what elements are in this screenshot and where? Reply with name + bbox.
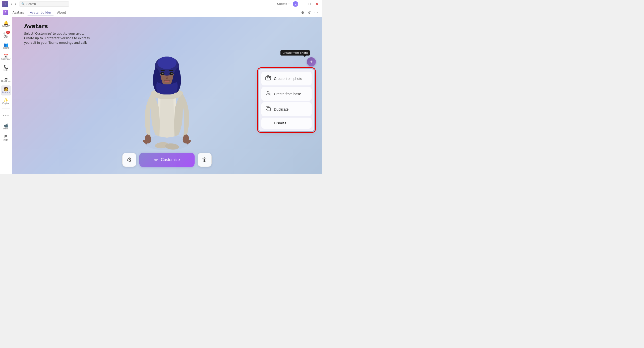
dismiss-button[interactable]: Dismiss [261, 118, 312, 129]
sidebar-label-onedrive: OneDrive [1, 80, 11, 83]
user-avatar[interactable]: U [293, 1, 298, 7]
duplicate-icon [265, 106, 271, 113]
sidebar-more-button[interactable]: ••• [1, 111, 11, 121]
svg-point-22 [267, 91, 269, 93]
calendar-icon: 📅 [4, 54, 9, 58]
sidebar-label-meet: Meet [4, 128, 9, 130]
copilot-icon: ✨ [4, 98, 9, 102]
sidebar-item-meet[interactable]: 📹 Meet [1, 122, 11, 132]
avatar-base-icon [265, 90, 271, 97]
title-bar: T ‹ › 🔍 Update ··· U – □ ✕ [0, 0, 322, 8]
customize-button[interactable]: ✏ Customize [139, 153, 195, 167]
popup-tooltip: Create from photo [280, 50, 310, 56]
desc-line2: Create up to 3 different versions to exp… [24, 36, 90, 40]
tab-avatar-builder[interactable]: Avatar builder [27, 9, 54, 16]
sidebar-label-teams: Teams [3, 47, 9, 49]
tab-about[interactable]: About [55, 9, 69, 16]
add-avatar-button[interactable]: + [307, 57, 316, 66]
sidebar-label-calls: Calls [4, 69, 8, 72]
chat-badge: 25 [6, 31, 10, 34]
customize-label: Customize [161, 158, 180, 162]
sidebar-item-activity[interactable]: 🔔 Activity [1, 19, 11, 29]
tab-avatars[interactable]: Avatars [10, 9, 26, 16]
minimize-button[interactable]: – [300, 2, 305, 6]
tab-bar-actions: ⚙ ↺ ⋯ [300, 10, 319, 15]
svg-point-14 [157, 57, 177, 69]
settings-icon: ⚙ [127, 156, 132, 163]
calls-icon: 📞 [4, 65, 9, 69]
main-layout: 🔔 Activity 💬 Chat 25 👥 Teams 📅 Calendar … [0, 17, 322, 174]
sidebar-item-apps[interactable]: ⊞ Apps [1, 133, 11, 143]
create-from-base-label: Create from base [274, 92, 301, 96]
settings-tab-button[interactable]: ⚙ [300, 10, 305, 15]
content-area: Avatars Select 'Customize' to update you… [12, 17, 322, 174]
sidebar-item-copilot[interactable]: ✨ Copilot [1, 96, 11, 107]
sidebar-label-activity: Activity [2, 25, 10, 27]
popup-menu: Create from photo Create from [259, 69, 314, 131]
avatar-figure [132, 37, 202, 168]
delete-button[interactable]: 🗑 [198, 153, 212, 167]
restore-button[interactable]: □ [307, 2, 312, 6]
dismiss-label: Dismiss [274, 121, 286, 125]
svg-point-16 [162, 73, 164, 74]
meet-icon: 📹 [4, 124, 9, 128]
sidebar-divider [2, 109, 10, 109]
settings-button[interactable]: ⚙ [122, 153, 136, 167]
create-from-photo-label: Create from photo [274, 77, 302, 81]
sidebar: 🔔 Activity 💬 Chat 25 👥 Teams 📅 Calendar … [0, 17, 12, 174]
app-icon: A [3, 10, 8, 15]
sidebar-item-avatars[interactable]: 🧑 Avatars [1, 85, 11, 95]
search-bar: 🔍 [19, 2, 69, 7]
teams-icon: 👥 [4, 43, 9, 47]
page-header: Avatars Select 'Customize' to update you… [24, 23, 90, 45]
sidebar-item-chat[interactable]: 💬 Chat 25 [1, 30, 11, 40]
desc-line3: yourself in your Teams meetings and call… [24, 40, 90, 45]
back-button[interactable]: ‹ [10, 2, 13, 6]
popup-border: Create from photo Create from [257, 67, 316, 133]
duplicate-button[interactable]: Duplicate [261, 102, 312, 116]
delete-icon: 🗑 [202, 157, 207, 163]
onedrive-icon: ☁ [4, 76, 8, 80]
avatar-container [127, 32, 207, 173]
sidebar-item-onedrive[interactable]: ☁ OneDrive [1, 74, 11, 84]
popup-menu-wrapper: Create from photo + [257, 57, 316, 133]
bottom-buttons: ⚙ ✏ Customize 🗑 [122, 153, 212, 167]
search-input[interactable] [26, 2, 62, 6]
svg-point-15 [160, 72, 164, 75]
sidebar-label-calendar: Calendar [2, 58, 11, 61]
customize-icon: ✏ [154, 157, 158, 163]
camera-icon [265, 75, 271, 82]
sidebar-label-chat: Chat [4, 36, 8, 38]
update-label: Update ··· [277, 2, 291, 6]
close-button[interactable]: ✕ [314, 2, 320, 6]
more-icon: ••• [3, 114, 9, 118]
create-from-photo-button[interactable]: Create from photo [261, 72, 312, 85]
svg-point-20 [267, 77, 269, 79]
desc-line1: Select 'Customize' to update your avatar… [24, 31, 90, 36]
svg-rect-21 [269, 77, 270, 78]
forward-button[interactable]: › [14, 2, 17, 6]
add-btn-area: + [257, 57, 316, 66]
title-bar-right: Update ··· U – □ ✕ [277, 1, 320, 7]
svg-rect-24 [267, 108, 270, 111]
page-title: Avatars [24, 23, 90, 29]
teams-logo: T [2, 1, 8, 7]
avatars-icon: 🧑 [4, 87, 9, 91]
title-bar-left: T ‹ › 🔍 [2, 1, 69, 7]
sidebar-item-calls[interactable]: 📞 Calls [1, 63, 11, 73]
sidebar-item-teams[interactable]: 👥 Teams [1, 41, 11, 51]
sidebar-label-apps: Apps [4, 139, 9, 141]
create-from-base-button[interactable]: Create from base [261, 87, 312, 101]
refresh-tab-button[interactable]: ↺ [307, 10, 312, 15]
tab-bar: A Avatars Avatar builder About ⚙ ↺ ⋯ [0, 8, 322, 17]
search-icon: 🔍 [21, 2, 25, 6]
apps-icon: ⊞ [4, 135, 8, 139]
sidebar-label-avatars: Avatars [2, 91, 10, 94]
sidebar-item-calendar[interactable]: 📅 Calendar [1, 52, 11, 62]
more-tab-button[interactable]: ⋯ [313, 10, 319, 15]
duplicate-label: Duplicate [274, 107, 288, 111]
nav-arrows: ‹ › [10, 2, 17, 6]
svg-point-18 [171, 73, 173, 74]
activity-icon: 🔔 [4, 21, 9, 25]
svg-point-17 [169, 72, 173, 75]
